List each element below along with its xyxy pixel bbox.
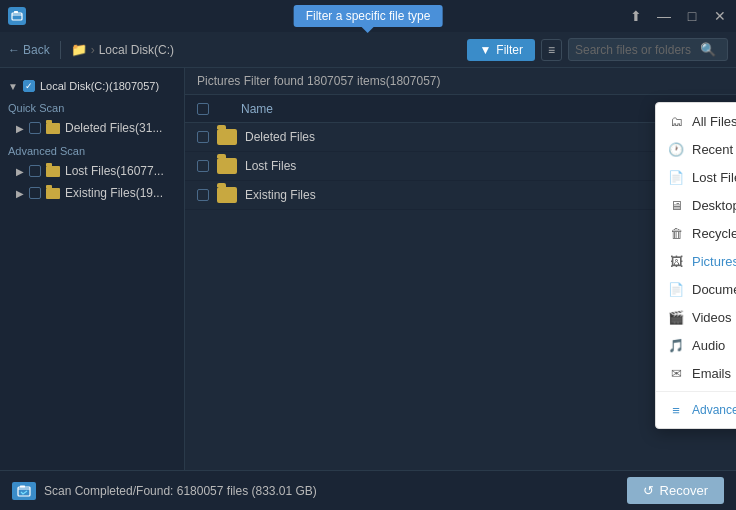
sidebar-root-item[interactable]: ▼ ✓ Local Disk(C:)(1807057) xyxy=(0,76,184,96)
existing-checkbox[interactable] xyxy=(29,187,41,199)
content-header: Pictures Filter found 1807057 items(1807… xyxy=(185,68,736,95)
lost-files-icon: 📄 xyxy=(668,169,684,185)
pictures-label: Pictures xyxy=(692,254,736,269)
lost-label: Lost Files(16077... xyxy=(65,164,164,178)
close-btn[interactable]: ✕ xyxy=(712,8,728,24)
upload-btn[interactable]: ⬆ xyxy=(628,8,644,24)
maximize-btn[interactable]: □ xyxy=(684,8,700,24)
lost-files-label: Lost Files xyxy=(692,170,736,185)
desktop-icon: 🖥 xyxy=(668,197,684,213)
dropdown-item-lost-files[interactable]: 📄 Lost Files xyxy=(656,163,736,191)
table-row[interactable]: Lost Files File folder xyxy=(185,152,736,181)
recover-icon: ↺ xyxy=(643,483,654,498)
filter-dropdown: ✕ 🗂 All Files 🕐 Recent Files 📄 Lost File… xyxy=(655,102,736,429)
svg-rect-0 xyxy=(12,13,22,20)
minimize-btn[interactable]: — xyxy=(656,8,672,24)
row-checkbox-1[interactable] xyxy=(197,160,209,172)
lost-checkbox[interactable] xyxy=(29,165,41,177)
deleted-label: Deleted Files(31... xyxy=(65,121,162,135)
filter-icon: ▼ xyxy=(479,43,491,57)
advanced-filter-icon: ≡ xyxy=(668,402,684,418)
search-box: 🔍 xyxy=(568,38,728,61)
folder-icon-1 xyxy=(217,158,237,174)
lost-arrow-icon: ▶ xyxy=(16,166,24,177)
dropdown-item-recent-files[interactable]: 🕐 Recent Files xyxy=(656,135,736,163)
recover-label: Recover xyxy=(660,483,708,498)
documents-label: Documents xyxy=(692,282,736,297)
table-row[interactable]: Existing Files File folder xyxy=(185,181,736,210)
dropdown-item-all-files[interactable]: 🗂 All Files xyxy=(656,107,736,135)
deleted-folder-icon xyxy=(46,123,60,134)
recover-button[interactable]: ↺ Recover xyxy=(627,477,724,504)
search-input[interactable] xyxy=(575,43,695,57)
breadcrumb-sep: › xyxy=(91,43,95,57)
dropdown-item-advanced-filter[interactable]: ≡ Advanced Filter xyxy=(656,396,736,424)
desktop-label: Desktop xyxy=(692,198,736,213)
all-files-label: All Files xyxy=(692,114,736,129)
existing-arrow-icon: ▶ xyxy=(16,188,24,199)
file-list: Deleted Files File folder Lost Files Fil… xyxy=(185,123,736,470)
folder-icon-2 xyxy=(217,187,237,203)
folder-icon-0 xyxy=(217,129,237,145)
table-row[interactable]: Deleted Files File folder xyxy=(185,123,736,152)
select-all-checkbox[interactable] xyxy=(197,103,209,115)
dropdown-item-audio[interactable]: 🎵 Audio xyxy=(656,331,736,359)
dropdown-item-pictures[interactable]: 🖼 Pictures ✓ xyxy=(656,247,736,275)
row-checkbox-2[interactable] xyxy=(197,189,209,201)
existing-folder-icon xyxy=(46,188,60,199)
back-button[interactable]: ← Back xyxy=(8,43,50,57)
sidebar-item-lost-files[interactable]: ▶ Lost Files(16077... xyxy=(0,160,184,182)
dropdown-item-documents[interactable]: 📄 Documents xyxy=(656,275,736,303)
status-bar: Scan Completed/Found: 6180057 files (833… xyxy=(0,470,736,510)
recent-files-label: Recent Files xyxy=(692,142,736,157)
sidebar: ▼ ✓ Local Disk(C:)(1807057) Quick Scan ▶… xyxy=(0,68,185,470)
file-name-0: Deleted Files xyxy=(245,130,596,144)
advanced-filter-label: Advanced Filter xyxy=(692,403,736,417)
deleted-arrow-icon: ▶ xyxy=(16,123,24,134)
filter-tooltip-wrap: Filter a specific file type xyxy=(294,5,443,27)
dropdown-item-desktop[interactable]: 🖥 Desktop xyxy=(656,191,736,219)
status-left: Scan Completed/Found: 6180057 files (833… xyxy=(12,482,317,500)
file-name-1: Lost Files xyxy=(245,159,596,173)
lost-folder-icon xyxy=(46,166,60,177)
filter-status-text: Pictures Filter found 1807057 items(1807… xyxy=(197,74,440,88)
scan-complete-icon xyxy=(12,482,36,500)
toolbar-separator xyxy=(60,41,61,59)
videos-label: Videos xyxy=(692,310,732,325)
main-layout: ▼ ✓ Local Disk(C:)(1807057) Quick Scan ▶… xyxy=(0,68,736,470)
app-icon xyxy=(8,7,26,25)
col-name-header: Name xyxy=(217,102,604,116)
column-headers: Name xyxy=(185,95,736,123)
videos-icon: 🎬 xyxy=(668,309,684,325)
title-bar-controls: ⬆ — □ ✕ xyxy=(628,8,728,24)
svg-rect-1 xyxy=(14,11,18,13)
recycle-bin-icon: 🗑 xyxy=(668,225,684,241)
dropdown-item-emails[interactable]: ✉ Emails xyxy=(656,359,736,387)
file-name-2: Existing Files xyxy=(245,188,596,202)
sidebar-item-existing-files[interactable]: ▶ Existing Files(19... xyxy=(0,182,184,204)
quick-scan-label: Quick Scan xyxy=(0,96,184,117)
dropdown-item-recycle-bin[interactable]: 🗑 Recycle Bin xyxy=(656,219,736,247)
toolbar: ← Back 📁 › Local Disk(C:) ▼ Filter ≡ 🔍 xyxy=(0,32,736,68)
recycle-bin-label: Recycle Bin xyxy=(692,226,736,241)
tooltip-area: Filter a specific file type xyxy=(294,5,443,27)
breadcrumb-folder-icon: 📁 xyxy=(71,42,87,57)
back-label: Back xyxy=(23,43,50,57)
hamburger-button[interactable]: ≡ xyxy=(541,39,562,61)
svg-rect-3 xyxy=(20,485,25,487)
emails-label: Emails xyxy=(692,366,731,381)
content-area: Pictures Filter found 1807057 items(1807… xyxy=(185,68,736,470)
breadcrumb: 📁 › Local Disk(C:) xyxy=(71,42,462,57)
sidebar-item-deleted-files[interactable]: ▶ Deleted Files(31... xyxy=(0,117,184,139)
deleted-checkbox[interactable] xyxy=(29,122,41,134)
sidebar-root-label: Local Disk(C:)(1807057) xyxy=(40,80,159,92)
dropdown-item-videos[interactable]: 🎬 Videos xyxy=(656,303,736,331)
status-text: Scan Completed/Found: 6180057 files (833… xyxy=(44,484,317,498)
root-checkbox[interactable]: ✓ xyxy=(23,80,35,92)
documents-icon: 📄 xyxy=(668,281,684,297)
row-checkbox-0[interactable] xyxy=(197,131,209,143)
audio-label: Audio xyxy=(692,338,725,353)
root-arrow-icon: ▼ xyxy=(8,81,18,92)
svg-rect-2 xyxy=(18,487,30,496)
filter-button[interactable]: ▼ Filter xyxy=(467,39,535,61)
